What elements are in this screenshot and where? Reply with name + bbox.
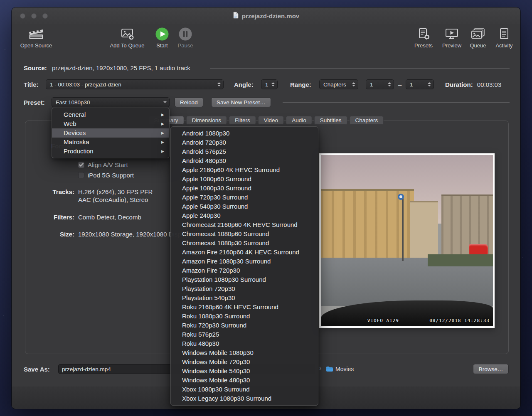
preset-category-item[interactable]: Matroska ▶	[52, 138, 169, 147]
chevron-updown-icon	[271, 82, 275, 86]
submenu-arrow-icon: ▶	[161, 110, 164, 119]
document-icon	[233, 12, 239, 20]
preset-category-item[interactable]: Web ▶	[52, 119, 169, 128]
device-preset-item[interactable]: Apple 240p30	[171, 211, 318, 220]
preset-category-item[interactable]: General ▶	[52, 110, 169, 119]
add-to-queue-icon	[119, 27, 135, 42]
window-title: przejazd-dzien.mov	[233, 12, 299, 20]
submenu-arrow-icon: ▶	[161, 138, 164, 147]
size-label: Size:	[37, 231, 74, 238]
divider	[210, 68, 510, 69]
device-preset-item[interactable]: Xbox 1080p30 Surround	[171, 385, 318, 394]
device-preset-item[interactable]: Apple 720p30 Surround	[171, 193, 318, 202]
tab[interactable]: Subtitles	[314, 116, 347, 125]
window-controls	[20, 13, 48, 19]
device-preset-item[interactable]: Playstation 1080p30 Surround	[171, 275, 318, 284]
tab[interactable]: Dimensions	[186, 116, 227, 125]
device-preset-item[interactable]: Roku 480p30	[171, 339, 318, 348]
title-label: Title:	[24, 81, 39, 88]
filters-value: Comb Detect, Decomb	[78, 214, 141, 221]
submenu-arrow-icon: ▶	[161, 128, 164, 138]
tab[interactable]: Chapters	[349, 116, 384, 125]
align-av-checkbox-row[interactable]: Align A/V Start	[78, 161, 128, 168]
activity-icon	[498, 27, 511, 42]
device-preset-item[interactable]: Chromecast 1080p60 Surround	[171, 229, 318, 239]
preset-category-item[interactable]: Devices ▶	[52, 128, 169, 138]
chevron-right-icon: ›	[319, 364, 321, 372]
device-preset-item[interactable]: Roku 1080p30 Surround	[171, 312, 318, 321]
device-preset-item[interactable]: Android 720p30	[171, 138, 318, 147]
minimize-button[interactable]	[31, 13, 37, 19]
source-row: Source: przejazd-dzien, 1920x1080, 25 FP…	[24, 64, 190, 71]
device-preset-item[interactable]: Windows Mobile 1080p30	[171, 348, 318, 357]
tab-bar: SummaryDimensionsFiltersVideoAudioSubtit…	[148, 116, 384, 125]
device-preset-item[interactable]: Android 1080p30	[171, 129, 318, 138]
destination-folder[interactable]: Movies	[335, 366, 354, 372]
device-preset-item[interactable]: Windows Mobile 720p30	[171, 357, 318, 367]
device-preset-item[interactable]: Playstation 720p30	[171, 284, 318, 293]
save-as-label: Save As:	[24, 366, 50, 373]
preset-label: Preset:	[24, 99, 45, 106]
device-preset-item[interactable]: Android 576p25	[171, 147, 318, 156]
device-preset-item[interactable]: Roku 720p30 Surround	[171, 321, 318, 330]
device-preset-item[interactable]: Apple 1080p60 Surround	[171, 175, 318, 184]
window-title-text: przejazd-dzien.mov	[242, 12, 299, 20]
tracks-line1: H.264 (x264), 30 FPS PFR	[78, 188, 153, 195]
handbrake-window: przejazd-dzien.mov Open Source Add To Qu…	[12, 7, 520, 409]
tab[interactable]: Audio	[286, 116, 312, 125]
chevron-down-icon	[163, 101, 167, 103]
preset-select[interactable]: Fast 1080p30	[52, 97, 170, 107]
angle-stepper[interactable]: 1	[261, 79, 278, 89]
save-new-preset-button[interactable]: Save New Preset…	[211, 97, 271, 107]
range-start-stepper[interactable]: 1	[366, 79, 394, 89]
device-preset-item[interactable]: Chromecast 1080p30 Surround	[171, 239, 318, 248]
submenu-arrow-icon: ▶	[161, 147, 164, 156]
titlebar[interactable]: przejazd-dzien.mov	[12, 7, 520, 24]
tab[interactable]: Filters	[229, 116, 256, 125]
range-label: Range:	[290, 81, 311, 88]
preset-category-item[interactable]: Production ▶	[52, 147, 169, 156]
submenu-arrow-icon: ▶	[161, 119, 164, 128]
tracks-line2: AAC (CoreAudio), Stereo	[78, 196, 148, 203]
range-end-stepper[interactable]: 1	[406, 79, 434, 89]
device-preset-item[interactable]: Windows Mobile 480p30	[171, 376, 318, 385]
toolbar-open-source[interactable]: Open Source	[11, 27, 61, 49]
device-preset-item[interactable]: Apple 540p30 Surround	[171, 202, 318, 211]
source-label: Source:	[24, 64, 47, 71]
device-preset-item[interactable]: Amazon Fire 1080p30 Surround	[171, 257, 318, 266]
duration: Duration: 00:03:03	[445, 81, 501, 88]
close-button[interactable]	[20, 13, 25, 19]
pause-icon	[178, 27, 192, 42]
reload-button[interactable]: Reload	[175, 97, 203, 107]
divider	[283, 102, 510, 103]
checkbox-unchecked-icon[interactable]	[78, 172, 84, 178]
tracks-label: Tracks:	[37, 188, 74, 195]
range-separator: –	[398, 81, 401, 88]
device-preset-item[interactable]: Windows Mobile 540p30	[171, 367, 318, 376]
toolbar-pause[interactable]: Pause	[160, 27, 210, 49]
source-value: przejazd-dzien, 1920x1080, 25 FPS, 1 aud…	[52, 64, 190, 71]
device-preset-item[interactable]: Amazon Fire 2160p60 4K HEVC Surround	[171, 248, 318, 257]
checkbox-checked-icon[interactable]	[78, 162, 84, 168]
zoom-button[interactable]	[42, 13, 48, 19]
tab[interactable]: Video	[258, 116, 284, 125]
title-select[interactable]: 1 - 00:03:03 - przejazd-dzien	[46, 79, 224, 89]
chevron-updown-icon	[217, 82, 221, 86]
browse-button[interactable]: Browse…	[473, 364, 509, 374]
device-preset-item[interactable]: Amazon Fire 720p30	[171, 266, 318, 275]
device-preset-item[interactable]: Roku 576p25	[171, 330, 318, 339]
devices-submenu: Android 1080p30 Android 720p30 Android 5…	[170, 126, 318, 406]
range-type-select[interactable]: Chapters	[319, 79, 358, 89]
device-preset-item[interactable]: Roku 2160p60 4K HEVC Surround	[171, 303, 318, 312]
device-preset-item[interactable]: Chromecast 2160p60 4K HEVC Surround	[171, 220, 318, 229]
device-preset-item[interactable]: Android 480p30	[171, 156, 318, 165]
device-preset-item[interactable]: Playstation 540p30	[171, 293, 318, 303]
device-preset-item[interactable]: Apple 1080p30 Surround	[171, 184, 318, 193]
chevron-updown-icon	[388, 82, 391, 86]
device-preset-item[interactable]: Xbox Legacy 1080p30 Surround	[171, 394, 318, 403]
ipod-checkbox-row[interactable]: iPod 5G Support	[78, 172, 134, 179]
toolbar-activity[interactable]: Activity	[479, 27, 529, 49]
open-source-icon	[27, 27, 45, 42]
chevron-updown-icon	[428, 82, 431, 86]
device-preset-item[interactable]: Apple 2160p60 4K HEVC Surround	[171, 165, 318, 175]
